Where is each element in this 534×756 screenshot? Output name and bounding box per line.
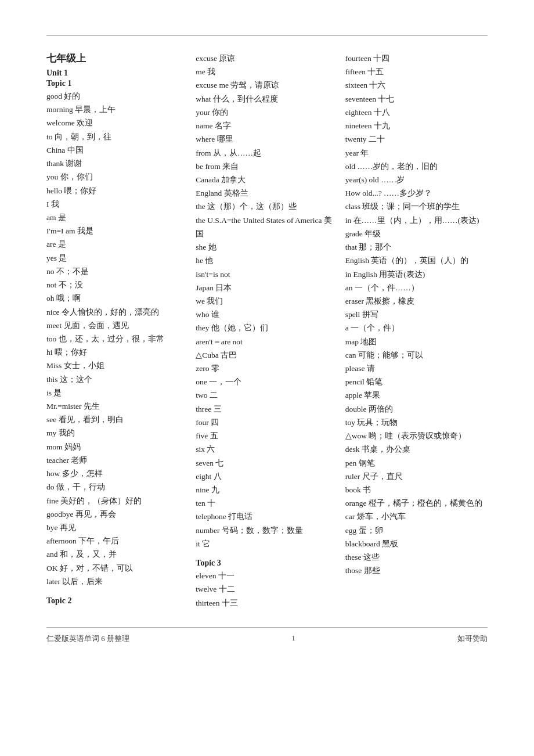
list-item: apple 苹果 — [345, 388, 488, 402]
list-item: six 六 — [196, 442, 338, 456]
list-item: these 这些 — [345, 550, 488, 564]
list-item: blackboard 黑板 — [345, 537, 488, 550]
list-item: morning 早晨，上午 — [46, 103, 189, 116]
list-item: eleven 十一 — [196, 569, 338, 582]
list-item: no 不；不是 — [46, 265, 189, 278]
footer: 仁爱版英语单词 6 册整理 1 如哥赞助 — [46, 627, 488, 644]
list-item: Japan 日本 — [196, 281, 338, 294]
list-item: egg 蛋；卵 — [345, 524, 488, 537]
list-item: two 二 — [196, 388, 338, 402]
column-3: fourteen 十四fifteen 十五sixteen 十六seventeen… — [345, 52, 488, 578]
list-item: see 看见，看到，明白 — [46, 413, 189, 426]
list-item: OK 好，对，不错，可以 — [46, 561, 189, 575]
grade-title: 七年级上 — [46, 52, 189, 65]
list-item: Mr.=mister 先生 — [46, 399, 189, 413]
list-item: seventeen 十七 — [345, 92, 488, 106]
list-item: I 我 — [46, 197, 189, 211]
list-item: please 请 — [345, 362, 488, 375]
list-item: seven 七 — [196, 456, 338, 470]
list-item: from 从，从……起 — [196, 146, 338, 160]
list-item: one 一，一个 — [196, 375, 338, 388]
list-item: △wow 哟；哇（表示赞叹或惊奇） — [345, 429, 488, 442]
topic3-label-col2: Topic 3 — [196, 559, 338, 568]
list-item: oh 哦；啊 — [46, 291, 189, 305]
list-item: fourteen 十四 — [345, 52, 488, 65]
list-item: isn't=is not — [196, 268, 338, 281]
list-item: sixteen 十六 — [345, 78, 488, 92]
list-item: eighteen 十八 — [345, 106, 488, 119]
list-item: it 它 — [196, 537, 338, 550]
list-item: pencil 铅笔 — [345, 375, 488, 388]
list-item: not 不；没 — [46, 278, 189, 291]
list-item: England 英格兰 — [196, 186, 338, 200]
list-item: my 我的 — [46, 426, 189, 440]
list-item: twelve 十二 — [196, 582, 338, 596]
list-item: toy 玩具；玩物 — [345, 416, 488, 429]
list-item: we 我们 — [196, 294, 338, 308]
list-item: what 什么，到什么程度 — [196, 92, 338, 106]
list-item: four 四 — [196, 416, 338, 429]
list-item: double 两倍的 — [345, 402, 488, 416]
list-item: who 谁 — [196, 308, 338, 321]
list-item: Canada 加拿大 — [196, 173, 338, 186]
list-item: the U.S.A=the United States of America 美… — [196, 214, 338, 240]
topic3-entries-col2: eleven 十一twelve 十二thirteen 十三 — [196, 569, 338, 610]
list-item: nice 令人愉快的，好的，漂亮的 — [46, 305, 189, 319]
list-item: too 也，还，太，过分，很，非常 — [46, 332, 189, 345]
list-item: map 地图 — [345, 335, 488, 348]
list-item: year 年 — [345, 146, 488, 160]
list-item: later 以后，后来 — [46, 575, 189, 588]
list-item: in 在……里（内，上），用……(表达) — [345, 214, 488, 227]
list-item: how 多少，怎样 — [46, 467, 189, 480]
list-item: Miss 女士，小姐 — [46, 359, 189, 372]
list-item: in English 用英语(表达) — [345, 268, 488, 281]
list-item: year(s) old ……岁 — [345, 173, 488, 186]
list-item: China 中国 — [46, 143, 189, 157]
list-item: your 你的 — [196, 106, 338, 119]
list-item: pen 钢笔 — [345, 456, 488, 470]
list-item: zero 零 — [196, 362, 338, 375]
main-columns: 七年级上 Unit 1 Topic 1 good 好的morning 早晨，上午… — [46, 52, 488, 610]
topic1-label-col1: Topic 1 — [46, 79, 189, 88]
list-item: where 哪里 — [196, 132, 338, 146]
list-item: goodbye 再见，再会 — [46, 507, 189, 521]
topic2-label-col1: Topic 2 — [46, 596, 189, 606]
list-item: car 矫车，小汽车 — [345, 510, 488, 523]
list-item: twenty 二十 — [345, 132, 488, 146]
list-item: book 书 — [345, 483, 488, 496]
list-item: that 那；那个 — [345, 240, 488, 254]
list-item: can 可能；能够；可以 — [345, 348, 488, 362]
list-item: excuse 原谅 — [196, 52, 338, 65]
list-item: ruler 尺子，直尺 — [345, 470, 488, 483]
list-item: aren't＝are not — [196, 335, 338, 348]
list-item: number 号码；数，数字；数量 — [196, 524, 338, 537]
list-item: they 他（她，它）们 — [196, 321, 338, 334]
footer-right: 如哥赞助 — [457, 633, 488, 644]
list-item: am 是 — [46, 211, 189, 224]
list-item: five 五 — [196, 429, 338, 442]
list-item: the 这（那）个，这（那）些 — [196, 200, 338, 213]
list-item: ten 十 — [196, 496, 338, 510]
list-item: mom 妈妈 — [46, 440, 189, 453]
list-item: teacher 老师 — [46, 453, 189, 467]
list-item: nine 九 — [196, 483, 338, 496]
list-item: afternoon 下午，午后 — [46, 534, 189, 548]
footer-center: 1 — [291, 633, 295, 644]
topic1-entries-col2: excuse 原谅me 我excuse me 劳驾，请原谅what 什么，到什么… — [196, 52, 338, 550]
list-item: fifteen 十五 — [345, 65, 488, 78]
list-item: I'm=I am 我是 — [46, 224, 189, 237]
list-item: this 这；这个 — [46, 373, 189, 386]
list-item: spell 拼写 — [345, 308, 488, 321]
list-item: yes 是 — [46, 251, 189, 265]
list-item: do 做，干，行动 — [46, 480, 189, 494]
list-item: meet 见面，会面，遇见 — [46, 319, 189, 332]
list-item: welcome 欢迎 — [46, 116, 189, 129]
list-item: is 是 — [46, 386, 189, 399]
list-item: English 英语（的），英国（人）的 — [345, 254, 488, 267]
column-1: 七年级上 Unit 1 Topic 1 good 好的morning 早晨，上午… — [46, 52, 196, 607]
list-item: old ……岁的，老的，旧的 — [345, 160, 488, 173]
list-item: she 她 — [196, 240, 338, 254]
list-item: to 向，朝，到，往 — [46, 130, 189, 143]
list-item: fine 美好的，（身体）好的 — [46, 494, 189, 507]
list-item: good 好的 — [46, 89, 189, 103]
